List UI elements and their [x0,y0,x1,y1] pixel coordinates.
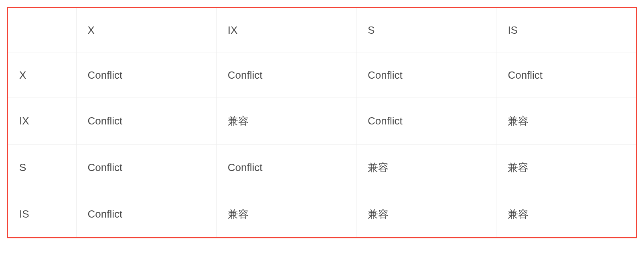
col-header: S [356,8,496,53]
table-cell: Conflict [216,53,356,98]
col-header: IX [216,8,356,53]
table-row: IX Conflict 兼容 Conflict 兼容 [8,98,636,145]
table-cell: 兼容 [216,98,356,145]
table-row: X Conflict Conflict Conflict Conflict [8,53,636,98]
lock-compatibility-table: X IX S IS X Conflict Conflict Conflict C… [7,7,637,238]
table-cell: Conflict [216,145,356,191]
table-cell: 兼容 [496,145,636,191]
row-header: S [8,145,76,191]
row-header: IX [8,98,76,145]
col-header: X [76,8,216,53]
table-cell: Conflict [76,98,216,145]
row-header: IS [8,191,76,238]
table-cell: Conflict [356,53,496,98]
compatibility-matrix: X IX S IS X Conflict Conflict Conflict C… [8,8,636,237]
table-cell: 兼容 [496,191,636,238]
table-cell: Conflict [76,53,216,98]
table-cell: Conflict [76,191,216,238]
table-cell: Conflict [496,53,636,98]
table-cell: 兼容 [216,191,356,238]
corner-cell [8,8,76,53]
table-row: IS Conflict 兼容 兼容 兼容 [8,191,636,238]
table-header-row: X IX S IS [8,8,636,53]
row-header: X [8,53,76,98]
table-cell: Conflict [356,98,496,145]
table-cell: 兼容 [356,145,496,191]
table-row: S Conflict Conflict 兼容 兼容 [8,145,636,191]
table-cell: 兼容 [356,191,496,238]
table-cell: Conflict [76,145,216,191]
table-cell: 兼容 [496,98,636,145]
col-header: IS [496,8,636,53]
